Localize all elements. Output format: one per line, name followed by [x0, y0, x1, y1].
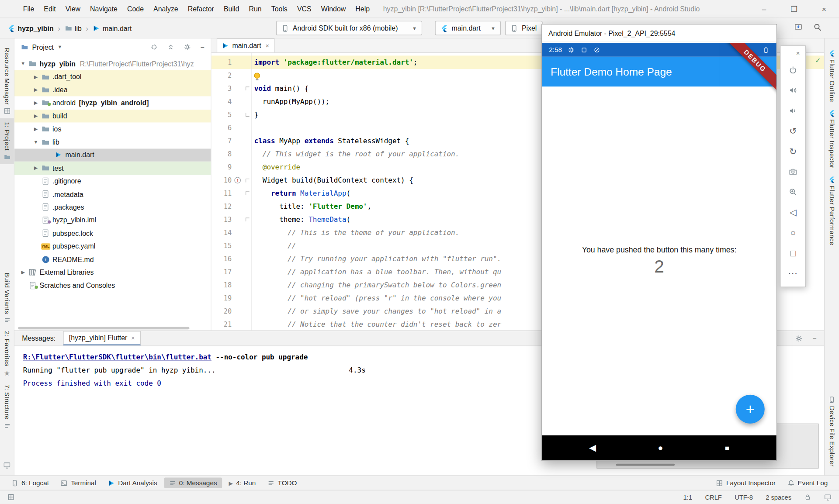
breadcrumb-hyzp-yibin[interactable]: hyzp_yibin: [7, 24, 55, 32]
chevron-right-icon[interactable]: ▶: [31, 100, 40, 105]
horizontal-scrollbar[interactable]: [14, 326, 211, 331]
line-number[interactable]: 10: [211, 176, 232, 184]
line-number[interactable]: 11: [211, 189, 232, 197]
line-number[interactable]: 8: [211, 150, 232, 158]
emulator-power-button[interactable]: [781, 60, 805, 80]
tool-button-6-logcat[interactable]: 6: Logcat: [7, 477, 54, 488]
fold-marker[interactable]: [246, 178, 250, 182]
tree-item-ios[interactable]: ▶ios: [14, 122, 211, 135]
chevron-down-icon[interactable]: ▼: [31, 139, 40, 145]
emulator-more-button[interactable]: ⋯: [781, 263, 805, 283]
locate-file-icon[interactable]: [151, 43, 158, 51]
minimize-icon[interactable]: –: [749, 0, 779, 18]
fold-marker[interactable]: [246, 113, 250, 117]
toolwindow-switcher-icon[interactable]: [7, 494, 14, 501]
tree-item-hyzp-yibin[interactable]: ▼hyzp_yibinR:\FlutterProject\FlutterProj…: [14, 57, 211, 70]
minimize-icon[interactable]: –: [786, 50, 790, 57]
run-config-selector[interactable]: main.dart ▼: [435, 21, 501, 35]
menu-window[interactable]: Window: [316, 0, 351, 18]
scrollbar-thumb[interactable]: [616, 464, 675, 466]
breadcrumb-lib[interactable]: lib: [63, 24, 83, 32]
emulator-camera-button[interactable]: [781, 162, 805, 182]
close-tab-icon[interactable]: ×: [131, 334, 135, 342]
device-selector[interactable]: Android SDK built for x86 (mobile) ▼: [276, 21, 422, 35]
chevron-right-icon[interactable]: ▶: [31, 74, 40, 79]
menu-build[interactable]: Build: [219, 0, 244, 18]
tree-item-dart-tool[interactable]: ▶.dart_tool: [14, 70, 211, 83]
line-number[interactable]: 12: [211, 202, 232, 210]
tree-item-hyzp-yibin-iml[interactable]: hyzp_yibin.iml: [14, 214, 211, 227]
search-icon[interactable]: [813, 23, 822, 32]
line-number[interactable]: 9: [211, 163, 232, 171]
tool-button-0-messages[interactable]: 0: Messages: [164, 477, 222, 488]
line-number[interactable]: 4: [211, 97, 232, 105]
hide-panel-icon[interactable]: −: [200, 43, 204, 51]
breadcrumb-main-dart[interactable]: main.dart: [91, 24, 133, 32]
menu-file[interactable]: File: [18, 0, 39, 18]
line-number[interactable]: 21: [211, 320, 232, 328]
menu-analyze[interactable]: Analyze: [149, 0, 183, 18]
messages-flutter-tab[interactable]: [hyzp_yibin] Flutter ×: [63, 331, 141, 345]
menu-help[interactable]: Help: [350, 0, 374, 18]
emulator-back-button[interactable]: ◁: [781, 202, 805, 223]
gear-icon[interactable]: [184, 43, 191, 51]
line-number[interactable]: 19: [211, 294, 232, 302]
pixel-device-selector[interactable]: Pixel: [505, 21, 543, 35]
tree-item-build[interactable]: ▶build: [14, 109, 211, 122]
gear-icon[interactable]: [795, 335, 803, 342]
tool-button-terminal[interactable]: Terminal: [56, 477, 101, 488]
collapse-all-icon[interactable]: [167, 43, 175, 51]
emulator-volume-up-button[interactable]: [781, 80, 805, 101]
line-number[interactable]: 6: [211, 124, 232, 131]
line-number[interactable]: 5: [211, 110, 232, 118]
close-icon[interactable]: ×: [809, 0, 839, 18]
chevron-down-icon[interactable]: ▼: [19, 61, 28, 66]
tree-item-test[interactable]: ▶test: [14, 162, 211, 175]
fold-marker[interactable]: [246, 86, 250, 90]
toolwindow-switcher-icon[interactable]: [3, 461, 10, 469]
menu-navigate[interactable]: Navigate: [85, 0, 122, 18]
tool-button-1-project[interactable]: 1: Project: [0, 118, 14, 164]
chevron-right-icon[interactable]: ▶: [19, 270, 28, 275]
tree-item-idea[interactable]: ▶.idea: [14, 83, 211, 97]
nav-back-icon[interactable]: ◀: [589, 442, 596, 454]
nav-home-icon[interactable]: ●: [658, 443, 663, 452]
tool-button-resource-manager[interactable]: Resource Manager: [0, 44, 14, 118]
fold-marker[interactable]: [246, 217, 250, 221]
tool-button-layout-inspector[interactable]: Layout Inspector: [711, 477, 780, 488]
tool-button-build-variants[interactable]: Build Variants: [0, 269, 14, 327]
tool-button-7-structure[interactable]: 7: Structure: [0, 381, 14, 433]
emulator-rotate-left-button[interactable]: ↺: [781, 121, 805, 142]
tree-item-metadata[interactable]: .metadata: [14, 188, 211, 201]
tree-item-pubspec-yaml[interactable]: YMLpubspec.yaml: [14, 240, 211, 253]
line-number[interactable]: 13: [211, 215, 232, 223]
close-tab-icon[interactable]: ×: [266, 42, 270, 49]
line-number[interactable]: 16: [211, 255, 232, 262]
chevron-right-icon[interactable]: ▶: [31, 87, 40, 93]
tree-item-readme-md[interactable]: iREADME.md: [14, 253, 211, 266]
chevron-right-icon[interactable]: ▶: [31, 113, 40, 118]
menu-tools[interactable]: Tools: [267, 0, 292, 18]
tool-button-device-file-explorer[interactable]: Device File Explorer: [825, 392, 839, 470]
tool-button-flutter-outline[interactable]: Flutter Outline: [825, 46, 839, 106]
chevron-right-icon[interactable]: ▶: [31, 166, 40, 171]
tool-button-2-favorites[interactable]: 2: Favorites★: [0, 327, 14, 381]
line-number[interactable]: 20: [211, 307, 232, 315]
chevron-right-icon[interactable]: ▶: [31, 126, 40, 131]
tree-item-packages[interactable]: .packages: [14, 201, 211, 214]
fold-marker[interactable]: [246, 191, 250, 195]
intention-bulb-icon[interactable]: [254, 73, 260, 79]
close-icon[interactable]: ×: [796, 50, 800, 57]
tree-item-gitignore[interactable]: .gitignore: [14, 175, 211, 188]
fab-add-button[interactable]: +: [736, 395, 765, 424]
line-number[interactable]: 7: [211, 137, 232, 145]
indent-size[interactable]: 2 spaces: [766, 494, 791, 501]
override-marker-icon[interactable]: ↑: [234, 177, 241, 183]
attach-debugger-icon[interactable]: [794, 23, 803, 32]
menu-refactor[interactable]: Refactor: [183, 0, 219, 18]
emulator-home-button[interactable]: ○: [781, 222, 805, 243]
line-number[interactable]: 18: [211, 281, 232, 289]
tool-button-todo[interactable]: TODO: [263, 477, 302, 488]
menu-view[interactable]: View: [61, 0, 85, 18]
menu-run[interactable]: Run: [244, 0, 266, 18]
